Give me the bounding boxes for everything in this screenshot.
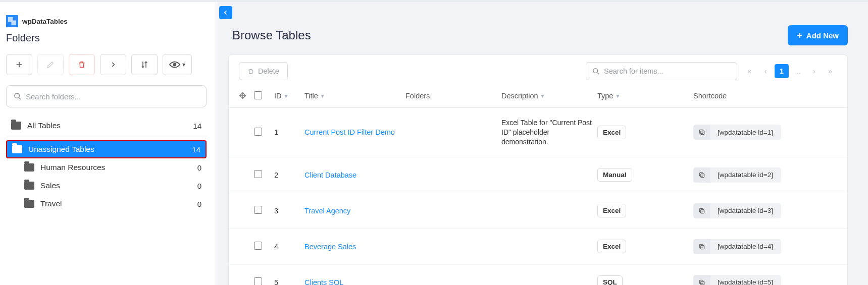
sidebar: wpDataTables Folders ▾ All Tables 14 Una… — [0, 2, 216, 285]
row-title-link[interactable]: Beverage Sales — [304, 243, 356, 251]
folder-count: 14 — [193, 122, 201, 130]
drag-handle-header[interactable]: ✥ — [239, 90, 254, 101]
col-header-folders: Folders — [405, 92, 501, 100]
col-header-id[interactable]: ID▼ — [274, 92, 304, 100]
plus-icon: + — [797, 30, 802, 41]
sort-folders-button[interactable] — [131, 54, 158, 75]
row-title-link[interactable]: Client Database — [304, 171, 356, 179]
folder-icon — [24, 163, 34, 172]
delete-button[interactable]: Delete — [239, 62, 288, 80]
folder-label: Travel — [40, 199, 197, 208]
sidebar-subfolder[interactable]: Sales0 — [6, 177, 207, 195]
row-checkbox[interactable] — [254, 128, 262, 136]
row-type-badge: Excel — [597, 126, 626, 139]
row-shortcode: [wpdatatable id=3] — [710, 203, 781, 218]
svg-rect-7 — [701, 209, 704, 213]
folder-icon — [24, 200, 34, 208]
row-type-badge: SQL — [597, 275, 623, 285]
folder-label: Sales — [40, 181, 197, 190]
copy-shortcode-button[interactable] — [693, 275, 710, 285]
edit-folder-button[interactable] — [37, 54, 64, 75]
row-id: 5 — [274, 278, 304, 285]
svg-rect-10 — [699, 244, 703, 248]
page-title: Browse Tables — [232, 28, 311, 42]
col-header-description[interactable]: Description▼ — [501, 92, 597, 100]
row-title-link[interactable]: Clients SQL — [304, 278, 343, 285]
pagination: « ‹ 1 ... › » — [742, 64, 837, 78]
svg-rect-12 — [699, 280, 703, 283]
row-checkbox[interactable] — [254, 206, 262, 214]
folder-icon — [11, 122, 21, 130]
delete-label: Delete — [258, 67, 279, 75]
folder-unassigned-tables[interactable]: Unassigned Tables 14 — [6, 140, 207, 158]
visibility-folder-button[interactable]: ▾ — [163, 54, 192, 75]
select-all-checkbox[interactable] — [254, 91, 262, 99]
search-icon — [14, 92, 22, 100]
copy-shortcode-button[interactable] — [693, 239, 710, 254]
page-prev-button[interactable]: ‹ — [758, 64, 773, 78]
col-header-title[interactable]: Title▼ — [304, 92, 405, 100]
row-checkbox[interactable] — [254, 242, 262, 250]
row-id: 3 — [274, 207, 304, 215]
row-id: 1 — [274, 128, 304, 136]
copy-shortcode-button[interactable] — [693, 203, 710, 218]
col-header-type[interactable]: Type▼ — [597, 92, 693, 100]
row-shortcode: [wpdatatable id=1] — [710, 125, 781, 140]
sidebar-subfolder[interactable]: Travel0 — [6, 195, 207, 213]
svg-rect-5 — [701, 174, 704, 177]
collapse-sidebar-button[interactable] — [219, 6, 232, 19]
row-title-link[interactable]: Travel Agency — [304, 207, 350, 215]
folder-count: 0 — [197, 163, 201, 172]
folder-search-input[interactable] — [26, 92, 199, 101]
sort-icon: ▼ — [540, 93, 545, 99]
page-last-button[interactable]: » — [823, 64, 837, 78]
delete-folder-button[interactable] — [69, 54, 95, 75]
folder-label: Human Resources — [40, 163, 197, 172]
table-header-row: ✥ ID▼ Title▼ Folders Description▼ Type▼ … — [229, 87, 847, 108]
items-search-input[interactable] — [604, 67, 731, 75]
add-folder-button[interactable] — [6, 54, 32, 75]
svg-rect-3 — [701, 131, 704, 135]
table-row: 2Client DatabaseManual[wpdatatable id=2] — [229, 157, 847, 193]
row-type-badge: Excel — [597, 240, 626, 253]
tables-panel: Delete « ‹ 1 ... › » — [228, 54, 848, 285]
table-row: 5Clients SQLSQL[wpdatatable id=5] — [229, 265, 847, 285]
page-next-button[interactable]: › — [807, 64, 821, 78]
page-first-button[interactable]: « — [742, 64, 756, 78]
row-title-link[interactable]: Current Post ID Filter Demo — [304, 128, 395, 136]
row-id: 4 — [274, 243, 304, 251]
add-new-label: Add New — [806, 31, 839, 40]
svg-point-2 — [593, 68, 598, 73]
svg-point-1 — [15, 93, 19, 98]
copy-shortcode-button[interactable] — [693, 125, 710, 140]
brand-logo-icon — [6, 15, 18, 27]
main-content: Browse Tables +Add New Delete « ‹ — [216, 2, 868, 285]
sidebar-title: Folders — [6, 32, 207, 44]
items-search[interactable] — [586, 62, 737, 80]
folder-search[interactable] — [6, 85, 207, 107]
page-number-current[interactable]: 1 — [775, 64, 789, 78]
folder-icon — [24, 182, 34, 190]
next-folder-button[interactable] — [100, 54, 126, 75]
table-row: 1Current Post ID Filter DemoExcel Table … — [229, 108, 847, 157]
row-type-badge: Manual — [597, 168, 632, 182]
row-shortcode: [wpdatatable id=2] — [710, 167, 781, 183]
row-checkbox[interactable] — [254, 170, 262, 178]
folder-all-tables[interactable]: All Tables 14 — [6, 117, 207, 135]
folder-icon — [12, 145, 22, 153]
copy-shortcode-button[interactable] — [693, 167, 710, 183]
folder-toolbar: ▾ — [6, 54, 207, 75]
brand-name: wpDataTables — [22, 18, 68, 25]
folder-count: 14 — [192, 145, 200, 154]
page-ellipsis: ... — [791, 64, 805, 78]
row-shortcode: [wpdatatable id=4] — [710, 239, 781, 254]
sidebar-subfolder[interactable]: Human Resources0 — [6, 158, 207, 177]
search-icon — [592, 68, 600, 75]
row-checkbox[interactable] — [254, 277, 262, 285]
row-description: Excel Table for "Current Post ID" placeh… — [501, 118, 597, 147]
row-shortcode: [wpdatatable id=5] — [710, 275, 781, 285]
add-new-button[interactable]: +Add New — [788, 25, 848, 45]
svg-rect-6 — [699, 173, 703, 176]
folder-list: All Tables 14 Unassigned Tables 14 Human… — [6, 117, 207, 213]
folder-label: Unassigned Tables — [28, 145, 192, 154]
